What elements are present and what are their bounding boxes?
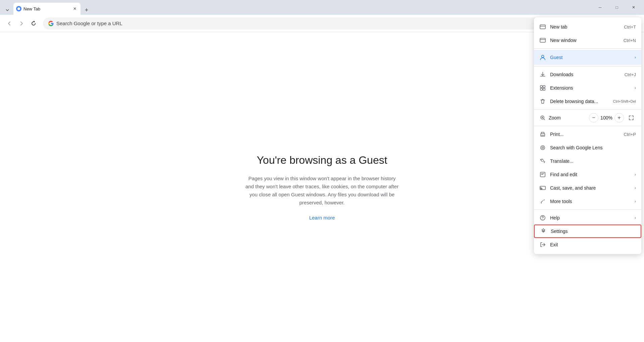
- translate-icon: [539, 158, 546, 164]
- cast-icon: [539, 185, 546, 191]
- settings-label: Settings: [551, 229, 635, 234]
- tab-favicon: [16, 6, 21, 11]
- tab-strip: New Tab ✕ +: [3, 3, 592, 15]
- zoom-controls: − 100% +: [589, 113, 624, 123]
- new-tab-button[interactable]: +: [82, 5, 91, 15]
- menu-item-google-lens[interactable]: Search with Google Lens: [534, 141, 641, 154]
- translate-label: Translate...: [550, 158, 636, 164]
- menu-item-cast-save[interactable]: Cast, save, and share ›: [534, 181, 641, 195]
- download-icon: [539, 71, 546, 78]
- lens-icon: [539, 144, 546, 151]
- find-edit-label: Find and edit: [550, 172, 631, 177]
- zoom-row: Zoom − 100% +: [534, 111, 641, 125]
- forward-button[interactable]: [16, 18, 27, 29]
- svg-point-15: [541, 146, 545, 150]
- print-label: Print...: [550, 132, 620, 137]
- new-window-label: New window: [550, 38, 620, 43]
- person-icon: [539, 54, 546, 61]
- maximize-button[interactable]: □: [609, 2, 625, 13]
- menu-item-new-tab[interactable]: New tab Ctrl+T: [534, 20, 641, 34]
- menu-item-help[interactable]: Help ›: [534, 211, 641, 225]
- menu-item-more-tools[interactable]: More tools ›: [534, 195, 641, 208]
- extension-icon: [539, 85, 546, 91]
- minimize-button[interactable]: ─: [592, 2, 608, 13]
- cast-save-arrow: ›: [635, 186, 636, 190]
- menu-item-find-edit[interactable]: Find and edit ›: [534, 168, 641, 181]
- exit-label: Exit: [550, 242, 636, 247]
- zoom-icon: [539, 114, 546, 121]
- svg-rect-6: [540, 25, 545, 29]
- divider-3: [534, 109, 641, 110]
- more-tools-label: More tools: [550, 199, 631, 204]
- svg-point-16: [542, 147, 544, 149]
- print-shortcut: Ctrl+P: [624, 132, 636, 137]
- active-tab[interactable]: New Tab ✕: [13, 3, 80, 15]
- svg-rect-7: [540, 38, 545, 42]
- address-bar[interactable]: Search Google or type a URL: [43, 17, 596, 30]
- svg-rect-11: [540, 88, 542, 90]
- guest-arrow: ›: [635, 55, 636, 60]
- exit-icon: [539, 241, 546, 248]
- menu-item-extensions[interactable]: Extensions ›: [534, 81, 641, 95]
- title-bar: New Tab ✕ + ─ □ ✕: [0, 0, 644, 15]
- svg-rect-9: [540, 86, 542, 88]
- tab-close-button[interactable]: ✕: [72, 6, 78, 12]
- learn-more-link[interactable]: Learn more: [309, 215, 335, 221]
- help-label: Help: [550, 215, 631, 221]
- close-button[interactable]: ✕: [626, 2, 641, 13]
- divider-5: [534, 209, 641, 210]
- svg-point-1: [17, 7, 20, 10]
- zoom-decrease-button[interactable]: −: [589, 113, 598, 123]
- extensions-label: Extensions: [550, 85, 631, 91]
- back-button[interactable]: [4, 18, 15, 29]
- svg-point-8: [542, 55, 544, 58]
- menu-item-downloads[interactable]: Downloads Ctrl+J: [534, 68, 641, 81]
- divider-2: [534, 66, 641, 66]
- refresh-button[interactable]: [28, 18, 39, 29]
- guest-description: Pages you view in this window won't appe…: [245, 175, 399, 207]
- tab-icon: [539, 23, 546, 30]
- menu-item-print[interactable]: Print... Ctrl+P: [534, 128, 641, 141]
- svg-rect-12: [543, 88, 545, 90]
- new-tab-shortcut: Ctrl+T: [624, 25, 636, 30]
- delete-browsing-label: Delete browsing data...: [550, 99, 609, 104]
- zoom-increase-button[interactable]: +: [614, 113, 624, 123]
- fullscreen-button[interactable]: [627, 113, 636, 123]
- cast-save-label: Cast, save, and share: [550, 185, 631, 191]
- find-edit-arrow: ›: [635, 172, 636, 177]
- divider-4: [534, 126, 641, 126]
- dropdown-menu: New tab Ctrl+T New window Ctrl+N Guest ›…: [534, 17, 641, 254]
- window-controls: ─ □ ✕: [592, 2, 641, 15]
- menu-item-exit[interactable]: Exit: [534, 238, 641, 251]
- settings-icon: [540, 228, 547, 235]
- menu-item-new-window[interactable]: New window Ctrl+N: [534, 34, 641, 47]
- google-logo: [48, 21, 54, 26]
- google-lens-label: Search with Google Lens: [550, 145, 636, 150]
- downloads-label: Downloads: [550, 72, 621, 77]
- tab-title: New Tab: [23, 6, 70, 11]
- tab-history-button[interactable]: [3, 5, 12, 15]
- delete-browsing-shortcut: Ctrl+Shift+Del: [613, 99, 636, 103]
- window-icon: [539, 37, 546, 44]
- extensions-arrow: ›: [635, 86, 636, 90]
- print-icon: [539, 131, 546, 138]
- new-window-shortcut: Ctrl+N: [624, 38, 636, 43]
- address-text: Search Google or type a URL: [56, 20, 591, 26]
- menu-item-delete-browsing[interactable]: Delete browsing data... Ctrl+Shift+Del: [534, 95, 641, 108]
- downloads-shortcut: Ctrl+J: [625, 72, 636, 77]
- divider-1: [534, 48, 641, 49]
- find-icon: [539, 171, 546, 178]
- new-tab-label: New tab: [550, 24, 620, 30]
- help-icon: [539, 214, 546, 221]
- menu-item-settings[interactable]: Settings: [534, 225, 641, 238]
- menu-item-translate[interactable]: Translate...: [534, 154, 641, 168]
- guest-label: Guest: [550, 55, 631, 60]
- zoom-label: Zoom: [549, 115, 586, 120]
- tools-icon: [539, 198, 546, 205]
- zoom-value: 100%: [600, 115, 613, 120]
- menu-item-guest[interactable]: Guest ›: [534, 50, 641, 65]
- svg-rect-14: [541, 134, 545, 136]
- help-arrow: ›: [635, 215, 636, 220]
- more-tools-arrow: ›: [635, 199, 636, 204]
- svg-rect-10: [543, 86, 545, 88]
